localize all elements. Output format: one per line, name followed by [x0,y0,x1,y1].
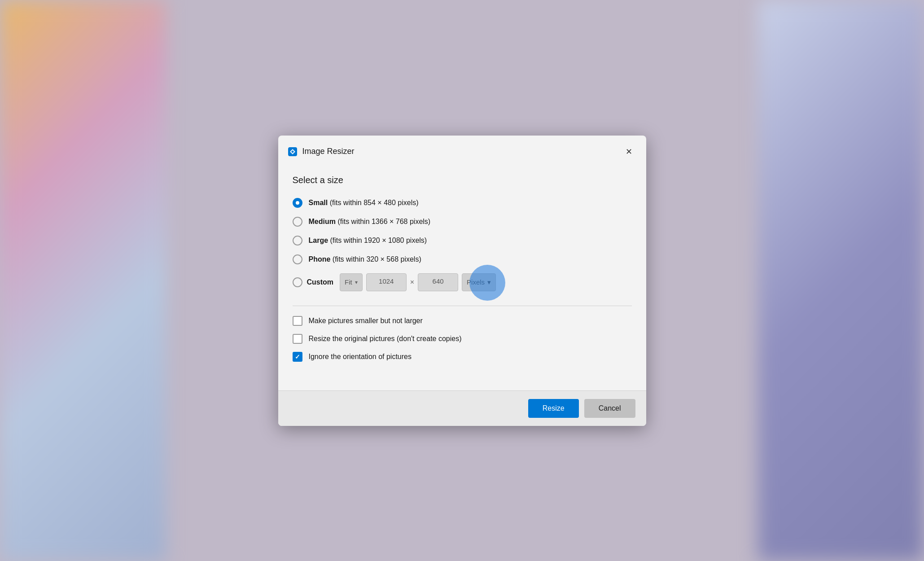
x-divider: × [410,278,414,286]
checkbox-smaller[interactable] [293,316,302,326]
radio-item-phone[interactable]: Phone (fits within 320 × 568 pixels) [293,254,632,264]
size-radio-group: Small (fits within 854 × 480 pixels) Med… [293,198,632,291]
image-resizer-dialog: Image Resizer ✕ Select a size Small (fit… [278,136,646,426]
radio-label-phone: Phone (fits within 320 × 568 pixels) [309,255,421,263]
section-title: Select a size [293,175,632,185]
radio-item-custom[interactable]: Custom Fit ▾ 1024 × 640 Pixe [293,273,632,291]
radio-label-custom: Custom [307,278,334,286]
checkbox-original[interactable] [293,334,302,344]
pixels-chevron-icon: ▾ [487,278,491,286]
radio-item-medium[interactable]: Medium (fits within 1366 × 768 pixels) [293,217,632,227]
checkbox-label-original: Resize the original pictures (don't crea… [309,335,462,343]
resize-button[interactable]: Resize [528,399,579,418]
fit-dropdown[interactable]: Fit ▾ [340,273,363,291]
radio-label-large: Large (fits within 1920 × 1080 pixels) [309,237,427,245]
radio-small[interactable] [293,198,302,208]
checkbox-item-smaller[interactable]: Make pictures smaller but not larger [293,316,632,326]
separator [293,306,632,306]
close-button[interactable]: ✕ [621,144,637,160]
pixels-label: Pixels [467,278,485,286]
checkbox-label-orientation: Ignore the orientation of pictures [309,353,412,361]
title-bar: Image Resizer ✕ [278,136,646,166]
dialog-footer: Resize Cancel [278,390,646,426]
custom-controls: Fit ▾ 1024 × 640 Pixels ▾ [340,273,496,291]
radio-label-medium: Medium (fits within 1366 × 768 pixels) [309,218,431,226]
checkbox-label-smaller: Make pictures smaller but not larger [309,317,423,325]
radio-medium[interactable] [293,217,302,227]
checkbox-item-original[interactable]: Resize the original pictures (don't crea… [293,334,632,344]
dialog-body: Select a size Small (fits within 854 × 4… [278,166,646,390]
radio-label-small: Small (fits within 854 × 480 pixels) [309,199,419,207]
background-blur-left [0,0,166,561]
radio-item-large[interactable]: Large (fits within 1920 × 1080 pixels) [293,236,632,245]
width-input[interactable]: 1024 [366,273,407,291]
cancel-button[interactable]: Cancel [584,399,635,418]
checkbox-item-orientation[interactable]: Ignore the orientation of pictures [293,352,632,362]
radio-phone[interactable] [293,254,302,264]
checkbox-group: Make pictures smaller but not larger Res… [293,316,632,362]
dialog-title: Image Resizer [302,147,621,156]
pixels-dropdown[interactable]: Pixels ▾ [462,273,496,291]
radio-large[interactable] [293,236,302,245]
fit-label: Fit [345,278,352,286]
background-blur-right [758,0,924,561]
app-icon [287,146,298,157]
radio-custom[interactable] [293,277,302,287]
checkbox-orientation[interactable] [293,352,302,362]
radio-item-small[interactable]: Small (fits within 854 × 480 pixels) [293,198,632,208]
height-input[interactable]: 640 [418,273,458,291]
fit-chevron-icon: ▾ [355,279,358,285]
